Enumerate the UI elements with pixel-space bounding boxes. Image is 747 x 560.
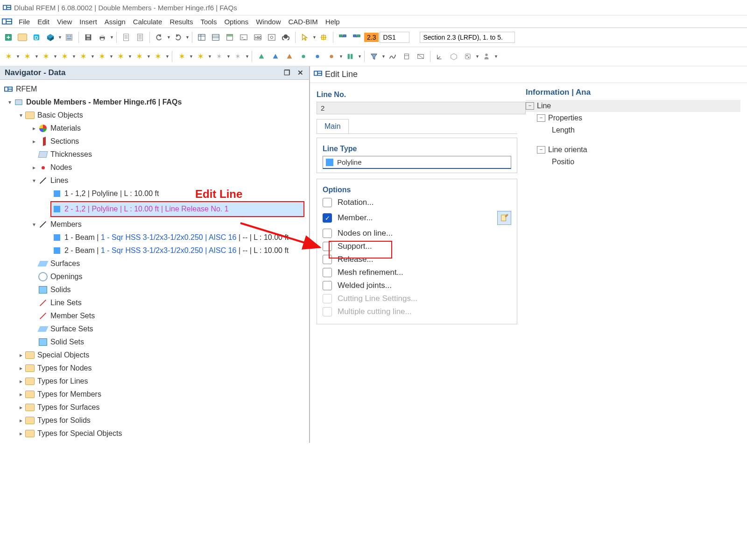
tree-types-members[interactable]: Types for Members [36,388,102,401]
report-2-icon[interactable] [134,31,147,44]
chevron-right-icon[interactable]: ▸ [17,362,25,375]
tree-member-2[interactable]: 2 - Beam | 1 - Sqr HSS 3-1/2x3-1/2x0.250… [63,244,289,257]
new-solid-icon[interactable]: ✶ [95,50,108,63]
save-icon[interactable] [82,31,95,44]
line-type-select[interactable]: Polyline [323,156,511,169]
member-1-section-link[interactable]: 1 - Sqr HSS 3-1/2x3-1/2x0.250 | AISC 16 [101,233,237,241]
tab-main[interactable]: Main [317,119,349,133]
snap-icon[interactable] [317,31,330,44]
checkbox-icon[interactable]: ✓ [323,213,332,223]
open-folder-icon[interactable] [16,31,29,44]
tree-surface-sets[interactable]: Surface Sets [49,322,94,336]
chevron-right-icon[interactable]: ▸ [30,122,38,135]
settings-icon[interactable] [265,31,278,44]
menu-cad-bim[interactable]: CAD-BIM [285,17,322,27]
tree-types-surfaces[interactable]: Types for Surfaces [36,401,100,414]
load-case-2-icon[interactable] [350,31,363,44]
block-manager-icon[interactable] [44,31,57,44]
tree-types-solids[interactable]: Types for Solids [36,414,92,427]
chevron-down-icon[interactable]: ▾ [30,218,38,231]
new-set-1-icon[interactable]: ✶ [114,50,127,63]
support-icon[interactable] [279,31,292,44]
collapse-icon[interactable]: − [526,102,534,110]
menu-results[interactable]: Results [166,17,197,27]
table-view-icon[interactable] [195,31,208,44]
panel-detach-icon[interactable]: ❐ [282,69,291,77]
chevron-down-icon[interactable]: ▾ [17,109,25,122]
tree-solid-sets[interactable]: Solid Sets [49,336,85,349]
menu-insert[interactable]: Insert [76,17,101,27]
undo-icon[interactable] [153,31,166,44]
collapse-icon[interactable]: − [537,114,545,122]
menu-edit[interactable]: Edit [34,17,53,27]
option-rotation[interactable]: Rotation... [323,198,511,207]
checkbox-icon[interactable] [323,229,332,238]
tree-types-nodes[interactable]: Types for Nodes [36,362,93,375]
chevron-right-icon[interactable]: ▸ [17,388,25,401]
eccentricity-icon[interactable] [344,50,357,63]
chevron-down-icon[interactable]: ▾ [6,96,14,109]
chevron-right-icon[interactable]: ▸ [17,375,25,388]
tree-special-objects[interactable]: Special Objects [36,349,90,362]
design-situation-field[interactable] [380,32,409,43]
view-xy-icon[interactable] [433,50,446,63]
edit-member-icon[interactable] [497,211,511,225]
hinge-1-icon[interactable] [297,50,310,63]
tree-materials[interactable]: Materials [49,122,82,135]
tree-surfaces[interactable]: Surfaces [49,257,81,270]
tree-line-2-selected[interactable]: 2 - 1,2 | Polyline | L : 10.00 ft | Line… [50,201,304,217]
filter-icon[interactable] [367,50,381,63]
new-opening-icon[interactable]: ✶ [77,50,90,63]
chevron-right-icon[interactable]: ▸ [30,135,38,148]
new-rect-icon[interactable]: ✶ [175,50,188,63]
chevron-right-icon[interactable]: ▸ [30,161,38,174]
tree-members[interactable]: Members [49,218,83,231]
script-icon[interactable]: >SC [251,31,264,44]
report-icon[interactable] [120,31,133,44]
cloud-icon[interactable]: D [30,31,43,44]
load-case-1-icon[interactable] [336,31,349,44]
chevron-down-icon[interactable]: ▾ [30,174,38,187]
chevron-right-icon[interactable]: ▸ [17,349,25,362]
hinge-3-icon[interactable] [325,50,338,63]
results-on-icon[interactable] [386,50,399,63]
option-member[interactable]: ✓Member... [323,211,511,225]
member-2-section-link[interactable]: 1 - Sqr HSS 3-1/2x3-1/2x0.250 | AISC 16 [101,246,237,254]
tree-thicknesses[interactable]: Thicknesses [49,148,93,161]
collapse-icon[interactable]: − [537,146,545,154]
menu-file[interactable]: File [15,17,34,27]
tree-types-lines[interactable]: Types for Lines [36,375,89,388]
line-no-field[interactable]: 2 [317,102,526,114]
select-arrow-icon[interactable] [298,31,311,44]
table-view-2-icon[interactable] [209,31,222,44]
menu-view[interactable]: View [53,17,76,27]
new-surface-icon[interactable]: ✶ [58,50,71,63]
person-icon[interactable] [480,50,493,63]
option-welded-joints[interactable]: Welded joints... [323,281,511,290]
tree-lines[interactable]: Lines [49,174,69,187]
menu-calculate[interactable]: Calculate [129,17,166,27]
new-line-icon[interactable]: ✶ [21,50,34,63]
tree-types-special[interactable]: Types for Special Objects [36,427,123,440]
new-circle-icon[interactable]: ✶ [194,50,207,63]
menu-tools[interactable]: Tools [197,17,220,27]
menu-help[interactable]: Help [322,17,344,27]
menu-window[interactable]: Window [252,17,284,27]
tree-sections[interactable]: Sections [49,135,80,148]
view-iso-icon[interactable] [447,50,460,63]
option-nodes-on-line[interactable]: Nodes on line... [323,229,511,238]
tree-root[interactable]: RFEM [15,83,38,96]
model-data-icon[interactable] [63,31,76,44]
new-member-icon[interactable]: ✶ [39,50,52,63]
tree-member-sets[interactable]: Member Sets [49,309,96,322]
panel-icon[interactable] [223,31,236,44]
results-member-icon[interactable] [400,50,413,63]
new-node-icon[interactable]: ✶ [2,50,15,63]
navigator-tree[interactable]: RFEM ▾Double Members - Member Hinge.rf6 … [0,80,309,443]
checkbox-icon[interactable] [323,198,332,207]
tree-basic-objects[interactable]: Basic Objects [36,109,84,122]
tree-line-1[interactable]: 1 - 1,2 | Polyline | L : 10.00 ft [63,187,160,200]
tree-project[interactable]: Double Members - Member Hinge.rf6 | FAQs [25,96,183,109]
dice-icon[interactable] [461,50,474,63]
chevron-right-icon[interactable]: ▸ [17,427,25,440]
